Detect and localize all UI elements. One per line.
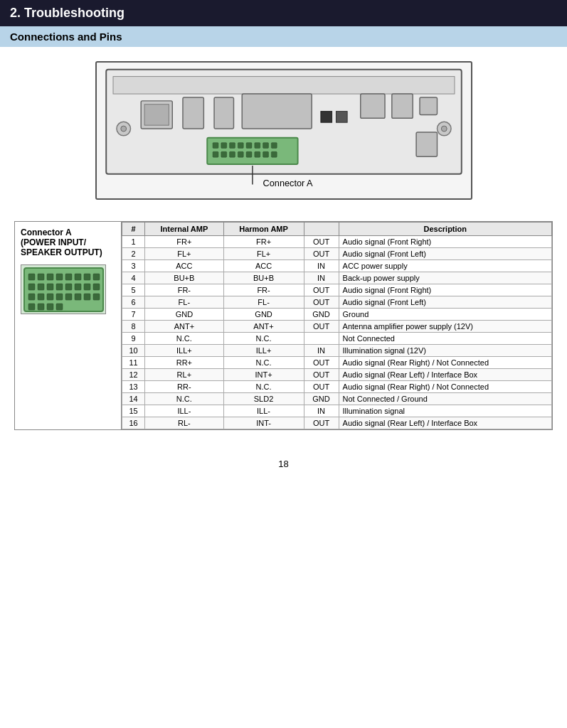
- cell-9-1: ILL+: [145, 345, 223, 357]
- connector-title-line3: SPEAKER OUTPUT): [21, 247, 115, 257]
- cell-12-2: N.C.: [223, 381, 304, 393]
- cell-5-1: FL-: [145, 296, 223, 309]
- svg-rect-37: [28, 274, 35, 280]
- table-row: 6FL-FL-OUTAudio signal (Front Left): [122, 296, 552, 309]
- cell-8-1: N.C.: [145, 333, 223, 345]
- cell-7-4: Antenna amplifier power supply (12V): [339, 321, 551, 333]
- svg-rect-50: [75, 284, 81, 290]
- svg-rect-44: [93, 274, 100, 280]
- cell-5-3: OUT: [304, 296, 339, 309]
- svg-rect-19: [229, 143, 235, 149]
- svg-rect-28: [238, 151, 243, 157]
- cell-8-3: [304, 333, 339, 345]
- table-row: 11RR+N.C.OUTAudio signal (Rear Right) / …: [122, 357, 552, 369]
- table-row: 16RL-INT-OUTAudio signal (Rear Left) / I…: [122, 417, 552, 429]
- content-area: Connector A Connector A (POWER INPUT/ SP…: [0, 47, 567, 444]
- svg-rect-48: [56, 284, 63, 290]
- cell-0-4: Audio signal (Front Right): [339, 236, 551, 248]
- table-row: 5FR-FR-OUTAudio signal (Front Right): [122, 284, 552, 296]
- table-row: 14N.C.SLD2GNDNot Connected / Ground: [122, 393, 552, 405]
- svg-rect-42: [75, 274, 81, 280]
- svg-rect-10: [242, 94, 312, 129]
- connector-table-section: Connector A (POWER INPUT/ SPEAKER OUTPUT…: [14, 221, 553, 430]
- svg-rect-39: [47, 274, 53, 280]
- cell-3-4: Back-up power supply: [339, 272, 551, 284]
- diagram-area: Connector A: [14, 61, 553, 200]
- cell-10-2: N.C.: [223, 357, 304, 369]
- cell-13-0: 14: [122, 393, 145, 405]
- svg-rect-51: [84, 284, 90, 290]
- table-row: 1FR+FR+OUTAudio signal (Front Right): [122, 236, 552, 248]
- cell-1-4: Audio signal (Front Left): [339, 248, 551, 260]
- cell-9-4: Illumination signal (12V): [339, 345, 551, 357]
- cell-12-1: RR-: [145, 381, 223, 393]
- cell-5-4: Audio signal (Front Left): [339, 296, 551, 309]
- section-bar: Connections and Pins: [0, 26, 567, 47]
- svg-rect-13: [360, 94, 384, 118]
- svg-rect-25: [213, 151, 218, 157]
- cell-6-1: GND: [145, 309, 223, 321]
- cell-6-3: GND: [304, 309, 339, 321]
- cell-15-2: INT-: [223, 417, 304, 429]
- svg-rect-9: [214, 97, 233, 129]
- svg-rect-22: [254, 143, 260, 149]
- table-row: 13RR-N.C.OUTAudio signal (Rear Right) / …: [122, 381, 552, 393]
- svg-rect-16: [207, 138, 297, 164]
- cell-3-2: BU+B: [223, 272, 304, 284]
- cell-0-3: OUT: [304, 236, 339, 248]
- cell-15-0: 16: [122, 417, 145, 429]
- svg-rect-54: [38, 294, 44, 300]
- col-header-harmon: Harmon AMP: [223, 223, 304, 236]
- unit-diagram: Connector A: [95, 61, 472, 200]
- cell-15-1: RL-: [145, 417, 223, 429]
- svg-rect-64: [56, 304, 63, 310]
- svg-rect-31: [263, 151, 268, 157]
- svg-rect-17: [213, 143, 218, 149]
- svg-rect-12: [336, 112, 347, 123]
- svg-rect-35: [416, 132, 437, 156]
- cell-9-3: IN: [304, 345, 339, 357]
- cell-7-2: ANT+: [223, 321, 304, 333]
- cell-7-0: 8: [122, 321, 145, 333]
- cell-13-2: SLD2: [223, 393, 304, 405]
- svg-rect-52: [93, 284, 100, 290]
- svg-rect-61: [28, 304, 35, 310]
- cell-9-2: ILL+: [223, 345, 304, 357]
- table-row: 8ANT+ANT+OUTAntenna amplifier power supp…: [122, 321, 552, 333]
- col-header-num: #: [122, 223, 145, 236]
- svg-rect-23: [263, 143, 268, 149]
- cell-13-3: GND: [304, 393, 339, 405]
- connector-image: [21, 264, 106, 314]
- cell-9-0: 10: [122, 345, 145, 357]
- svg-rect-11: [320, 112, 332, 123]
- cell-1-3: OUT: [304, 248, 339, 260]
- svg-rect-40: [56, 274, 63, 280]
- cell-0-1: FR+: [145, 236, 223, 248]
- svg-rect-15: [420, 97, 437, 114]
- cell-14-1: ILL-: [145, 405, 223, 417]
- table-row: 2FL+FL+OUTAudio signal (Front Left): [122, 248, 552, 260]
- svg-rect-57: [65, 294, 72, 300]
- cell-8-2: N.C.: [223, 333, 304, 345]
- cell-0-2: FR+: [223, 236, 304, 248]
- cell-3-3: IN: [304, 272, 339, 284]
- svg-rect-59: [84, 294, 90, 300]
- cell-4-0: 5: [122, 284, 145, 296]
- svg-rect-55: [47, 294, 53, 300]
- cell-4-2: FR-: [223, 284, 304, 296]
- cell-5-2: FL-: [223, 296, 304, 309]
- svg-rect-18: [221, 143, 226, 149]
- svg-rect-27: [229, 151, 235, 157]
- cell-2-1: ACC: [145, 260, 223, 272]
- cell-14-0: 15: [122, 405, 145, 417]
- table-row: 12RL+INT+OUTAudio signal (Rear Left) / I…: [122, 369, 552, 381]
- cell-2-2: ACC: [223, 260, 304, 272]
- svg-rect-63: [47, 304, 53, 310]
- cell-7-1: ANT+: [145, 321, 223, 333]
- page-number: 18: [0, 444, 567, 483]
- svg-rect-29: [246, 151, 252, 157]
- cell-14-2: ILL-: [223, 405, 304, 417]
- cell-6-4: Ground: [339, 309, 551, 321]
- svg-rect-45: [28, 284, 35, 290]
- svg-rect-24: [271, 143, 277, 149]
